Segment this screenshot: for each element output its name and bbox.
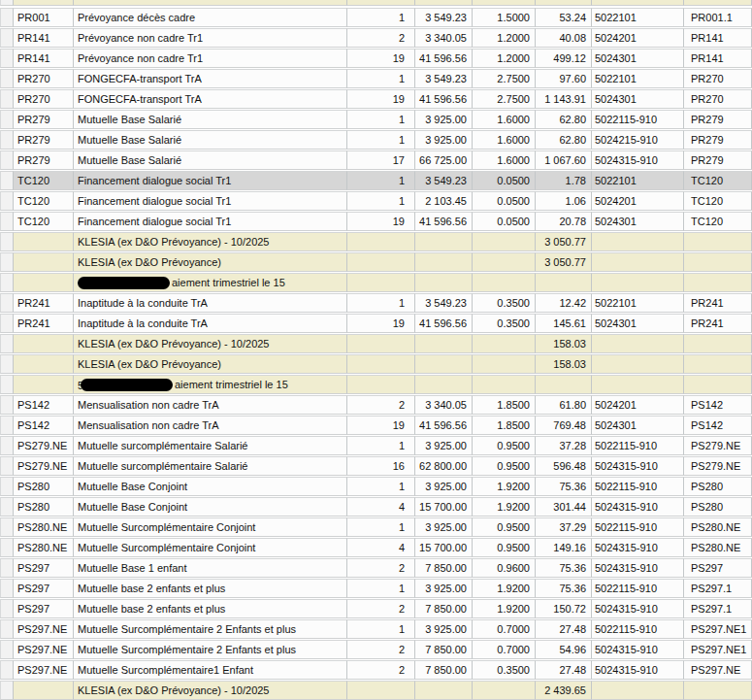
table-row[interactable]: aiement trimestriel le 15 <box>0 273 752 292</box>
cell-base: 3 925.00 <box>415 436 473 455</box>
cell-ref: PS142 <box>684 416 752 435</box>
row-margin-cell <box>0 579 14 598</box>
table-row[interactable]: PS280.NEMutuelle Surcomplémentaire Conjo… <box>0 538 752 557</box>
table-row[interactable]: PS280Mutuelle Base Conjoint13 925.001.92… <box>0 477 752 496</box>
cell-count: 4 <box>347 497 415 517</box>
cell-amount: 1 143.91 <box>536 89 592 109</box>
cell-count: 1 <box>347 191 415 211</box>
table-row[interactable]: PS280.NEMutuelle Surcomplémentaire Conjo… <box>0 517 752 537</box>
table-row[interactable]: KLESIA (ex D&O Prévoyance)3 050.77 <box>0 252 752 272</box>
cell-account: 5022115-910 <box>592 477 684 496</box>
table-row[interactable]: PS279.NEMutuelle surcomplémentaire Salar… <box>0 436 752 455</box>
cell-amount: 40.08 <box>536 28 592 48</box>
cell-ref: PS280.NE <box>684 517 752 537</box>
table-row[interactable]: PR279Mutuelle Base Salarié13 925.001.600… <box>0 110 752 129</box>
table-row[interactable]: PS280Mutuelle Base Conjoint415 700.001.9… <box>0 497 752 517</box>
row-margin-cell <box>0 334 14 353</box>
table-row[interactable]: 5aiement trimestriel le 15 <box>0 375 752 394</box>
table-row[interactable]: TC120Financement dialogue social Tr112 1… <box>0 191 752 211</box>
cell-account <box>592 354 684 374</box>
table-row[interactable]: TC120Financement dialogue social Tr11941… <box>0 212 752 231</box>
cell-count: 1 <box>347 436 415 455</box>
cell-rate: 0.0500 <box>473 171 536 190</box>
table-row[interactable]: PR279Mutuelle Base Salarié13 925.001.600… <box>0 130 752 150</box>
table-row[interactable]: PS297Mutuelle base 2 enfants et plus13 9… <box>0 579 752 598</box>
cell-rate <box>473 681 536 700</box>
table-row[interactable]: PS297.NEMutuelle Surcomplémentaire 2 Enf… <box>0 619 752 639</box>
cell-rate: 2.7500 <box>473 69 536 88</box>
cell-rate <box>473 252 536 272</box>
cell-account <box>592 681 684 700</box>
cell-rate: 1.8500 <box>473 395 536 415</box>
table-row[interactable]: PR241Inaptitude à la conduite TrA1941 59… <box>0 314 752 333</box>
cell-label: Mensualisation non cadre TrA <box>74 416 347 435</box>
table-row[interactable]: KLESIA (ex D&O Prévoyance) - 10/20252 43… <box>0 681 752 700</box>
cell-amount: 301.44 <box>536 497 592 517</box>
cell-rate: 2.7500 <box>473 89 536 109</box>
cell-rate: 0.0500 <box>473 191 536 211</box>
cell-code: PR141 <box>14 49 74 68</box>
cell-count: 19 <box>347 49 415 68</box>
cell-ref: PS297.1 <box>684 599 752 618</box>
cell-ref: PS280 <box>684 497 752 517</box>
table-row[interactable]: PR241Inaptitude à la conduite TrA13 549.… <box>0 293 752 313</box>
row-margin-cell <box>0 416 14 435</box>
cell-base: 7 850.00 <box>415 599 473 618</box>
cell-base: 3 340.05 <box>415 395 473 415</box>
cell-rate: 1.6000 <box>473 110 536 129</box>
cell-rate: 1.6000 <box>473 150 536 170</box>
cell-label: Mutuelle Surcomplémentaire 2 Enfants et … <box>74 640 347 659</box>
table-row[interactable]: PR270FONGECFA-transport TrA1941 596.562.… <box>0 89 752 109</box>
cell-count: 1 <box>347 8 415 27</box>
cell-label: Mutuelle Base Conjoint <box>74 477 347 496</box>
table-row[interactable]: PS279.NEMutuelle surcomplémentaire Salar… <box>0 456 752 476</box>
cell-count: 19 <box>347 212 415 231</box>
cell-ref: PR270 <box>684 89 752 109</box>
cell-rate: 1.2000 <box>473 49 536 68</box>
cell-count: 19 <box>347 89 415 109</box>
table-row[interactable]: KLESIA (ex D&O Prévoyance) - 10/20253 05… <box>0 232 752 251</box>
table-row[interactable]: PS142Mensualisation non cadre TrA1941 59… <box>0 416 752 435</box>
row-margin-cell <box>0 212 14 231</box>
row-margin-cell <box>0 293 14 313</box>
cell-code <box>14 354 74 374</box>
table-row[interactable]: KLESIA (ex D&O Prévoyance)158.03 <box>0 354 752 374</box>
row-margin-cell <box>0 558 14 578</box>
table-row[interactable]: KLESIA (ex D&O Prévoyance) - 10/2025158.… <box>0 334 752 353</box>
cell-base <box>415 232 473 251</box>
table-row[interactable]: PR279Mutuelle Base Salarié1766 725.001.6… <box>0 150 752 170</box>
cell-base: 41 596.56 <box>415 314 473 333</box>
table-row[interactable]: PR141Prévoyance non cadre Tr11941 596.56… <box>0 49 752 68</box>
table-row[interactable]: PS297.NEMutuelle Surcomplémentaire 2 Enf… <box>0 640 752 659</box>
cell-ref: PS280.NE <box>684 538 752 557</box>
row-margin-cell <box>0 436 14 455</box>
table-row[interactable]: PS297Mutuelle Base 1 enfant27 850.000.96… <box>0 558 752 578</box>
cell-label: Mutuelle surcomplémentaire Salarié <box>74 436 347 455</box>
row-margin-cell <box>0 273 14 292</box>
table-row[interactable]: PS297.NEMutuelle Surcomplémentaire1 Enfa… <box>0 660 752 680</box>
cell-account: 5024315-910 <box>592 599 684 618</box>
row-margin-cell <box>0 69 14 88</box>
cell-base <box>415 681 473 700</box>
cell-account: 5024315-910 <box>592 150 684 170</box>
table-row[interactable]: TC120Financement dialogue social Tr113 5… <box>0 171 752 190</box>
table-row[interactable]: PR141Prévoyance non cadre Tr123 340.051.… <box>0 28 752 48</box>
row-margin-cell <box>0 28 14 48</box>
cell-label: Inaptitude à la conduite TrA <box>74 314 347 333</box>
cell-rate: 0.9500 <box>473 456 536 476</box>
cell-code: PS297.NE <box>14 660 74 680</box>
cell-rate <box>473 334 536 353</box>
cell-base <box>415 354 473 374</box>
cell-account: 5022115-910 <box>592 110 684 129</box>
cell-rate: 1.9200 <box>473 579 536 598</box>
partial-row-top <box>0 0 752 6</box>
table-row[interactable]: PS297Mutuelle base 2 enfants et plus27 8… <box>0 599 752 618</box>
table-row[interactable]: PS142Mensualisation non cadre TrA23 340.… <box>0 395 752 415</box>
cell-code: PS142 <box>14 416 74 435</box>
row-margin-cell <box>0 375 14 394</box>
cell-ref: PR241 <box>684 314 752 333</box>
cell-amount: 20.78 <box>536 212 592 231</box>
table-row[interactable]: PR001Prévoyance décès cadre13 549.231.50… <box>0 8 752 27</box>
table-row[interactable]: PR270FONGECFA-transport TrA13 549.232.75… <box>0 69 752 88</box>
cell-rate: 0.3500 <box>473 293 536 313</box>
